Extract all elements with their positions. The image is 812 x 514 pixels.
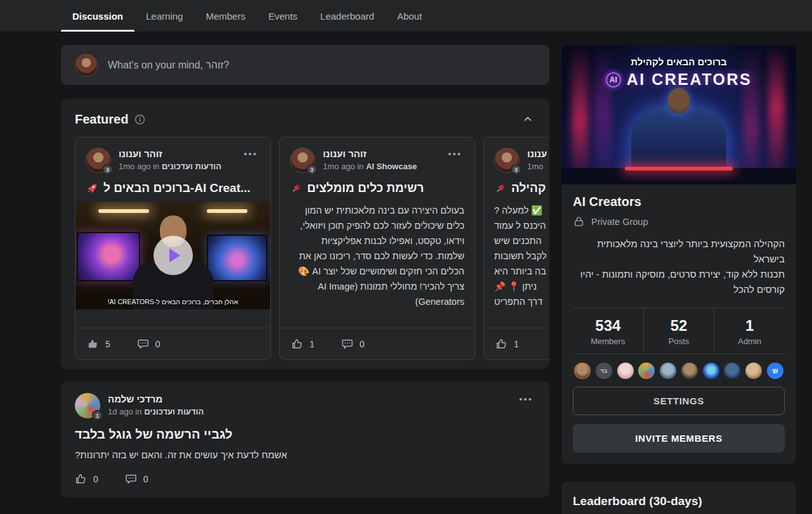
author-name[interactable]: מרדכי שלמה — [108, 393, 204, 406]
like-button[interactable]: 1 — [291, 338, 315, 350]
featured-card-community[interactable]: 3 ענונו 1mo קהילה ? למעלה ✅ היכנס ל עמוד… — [483, 137, 549, 360]
tab-discussion[interactable]: Discussion — [61, 0, 134, 32]
banner-welcome-text: ברוכים הבאים לקהילת — [561, 56, 796, 67]
privacy-label: Private Group — [591, 217, 648, 227]
comment-count: 0 — [360, 339, 365, 349]
banner-figure — [668, 88, 690, 113]
monitor-graphic — [207, 235, 268, 281]
member-avatar[interactable] — [660, 363, 676, 379]
level-badge: 1 — [92, 410, 103, 421]
group-stats: 534 Members 52 Posts 1 Admin — [573, 308, 785, 354]
member-avatar[interactable] — [703, 363, 719, 379]
tab-members[interactable]: Members — [194, 0, 257, 32]
avatar[interactable]: 1 — [75, 393, 100, 418]
comment-button[interactable]: 0 — [341, 338, 365, 350]
composer-prompt: What's on your mind, זוהר? — [108, 60, 229, 71]
stat-posts[interactable]: 52 Posts — [643, 308, 714, 354]
thumbs-up-icon — [495, 338, 508, 350]
more-options-icon[interactable]: ••• — [241, 148, 260, 160]
stat-members[interactable]: 534 Members — [573, 308, 643, 354]
member-avatar[interactable] — [574, 363, 591, 379]
author-name[interactable]: זוהר וענונו — [323, 148, 417, 160]
thumb-light — [207, 209, 247, 213]
level-badge: 3 — [511, 164, 521, 175]
rocket-emoji-icon — [86, 182, 98, 195]
featured-section: Featured 3 זוהר וענונו — [61, 99, 549, 369]
brain-logo-icon: AI — [606, 72, 621, 87]
comment-icon — [125, 473, 137, 485]
like-button[interactable]: 0 — [75, 473, 98, 485]
video-thumbnail[interactable]: אהלן חברים, ברוכים הבאים ל-AI CREATORS! — [75, 202, 270, 309]
banner-figure — [631, 107, 726, 168]
more-options-icon[interactable]: ••• — [445, 148, 464, 160]
member-avatar[interactable]: בד — [596, 363, 612, 379]
tab-leaderboard[interactable]: Leaderboard — [309, 0, 386, 32]
group-banner-image: ברוכים הבאים לקהילת AI AI CREATORS — [561, 45, 796, 184]
play-button[interactable] — [154, 236, 193, 275]
info-icon — [134, 114, 145, 125]
like-button[interactable]: 1 — [495, 338, 519, 350]
feed-column: What's on your mind, זוהר? Featured 3 — [61, 45, 549, 498]
like-count: 5 — [105, 339, 110, 349]
comment-count: 0 — [155, 339, 160, 349]
tab-events[interactable]: Events — [257, 0, 309, 32]
level-badge: 3 — [306, 164, 317, 175]
category-link[interactable]: הודעות ועדכונים — [162, 162, 221, 171]
post-meta: 1mo — [527, 160, 547, 173]
featured-card-tools[interactable]: 3 זוהר וענונו 1mo ago in AI Showcase •••… — [279, 137, 475, 360]
group-sidebar: ברוכים הבאים לקהילת AI AI CREATORS AI Cr… — [561, 45, 796, 514]
feed-post[interactable]: 1 מרדכי שלמה 1d ago in הודעות ועדכונים •… — [61, 382, 549, 498]
category-link[interactable]: הודעות ועדכונים — [144, 407, 204, 416]
leaderboard-card: Leaderboard (30-days) — [561, 482, 796, 514]
settings-button[interactable]: SETTINGS — [573, 387, 785, 415]
thumb-light — [98, 209, 149, 213]
comment-button[interactable]: 0 — [125, 473, 148, 485]
thumbs-up-icon — [75, 473, 87, 485]
pushpin-emoji-icon — [290, 183, 302, 195]
featured-post-body: ? למעלה ✅ היכנס ל עמוד התכנים שיש לקבל ת… — [484, 203, 549, 309]
post-meta: 1mo ago in הודעות ועדכונים — [119, 160, 221, 173]
member-avatar[interactable] — [638, 363, 655, 379]
group-description: הקהילה המקצועית ביותר ליוצרי בינה מלאכות… — [573, 236, 785, 297]
comment-icon — [341, 338, 353, 350]
featured-post-title[interactable]: ברוכים הבאים ל-AI Creat... — [75, 181, 270, 195]
stat-admins[interactable]: 1 Admin — [714, 308, 785, 354]
featured-title: Featured — [75, 112, 128, 127]
collapse-featured-button[interactable] — [520, 112, 535, 127]
post-title[interactable]: לגביי הרשמה של גוגל בלבד — [75, 427, 535, 442]
member-avatar[interactable] — [681, 363, 698, 379]
tab-about[interactable]: About — [386, 0, 433, 32]
invite-members-button[interactable]: INVITE MEMBERS — [573, 424, 785, 453]
post-body: אשמח לדעת איך עושים את זה. והאם יש בזה י… — [75, 449, 535, 460]
like-count: 1 — [310, 339, 315, 349]
banner-brand-text: AI CREATORS — [627, 70, 752, 89]
more-options-icon[interactable]: ••• — [516, 393, 535, 405]
author-name[interactable]: זוהר וענונו — [119, 148, 221, 160]
member-avatar[interactable] — [724, 363, 740, 379]
post-composer[interactable]: What's on your mind, זוהר? — [61, 45, 549, 85]
monitor-graphic — [77, 232, 140, 281]
post-meta: 1mo ago in AI Showcase — [323, 160, 417, 173]
avatar[interactable]: 3 — [494, 148, 520, 173]
member-avatar[interactable] — [617, 363, 634, 379]
like-button[interactable]: 5 — [87, 338, 110, 350]
category-link[interactable]: AI Showcase — [366, 162, 417, 171]
post-meta: 1d ago in הודעות ועדכונים — [108, 406, 204, 418]
lock-icon — [573, 215, 585, 228]
featured-cards-row: 3 זוהר וענונו 1mo ago in הודעות ועדכונים… — [75, 137, 549, 360]
comment-button[interactable]: 0 — [137, 338, 160, 350]
featured-post-title[interactable]: קהילה — [484, 181, 549, 195]
featured-post-body: בעולם היצירה עם בינה מלאכותית יש המון כל… — [280, 203, 475, 309]
like-count: 0 — [93, 474, 98, 484]
avatar[interactable]: 3 — [290, 148, 315, 173]
avatar[interactable]: 3 — [86, 148, 111, 173]
leaderboard-title: Leaderboard (30-days) — [573, 494, 785, 508]
member-avatar[interactable]: ש — [767, 363, 783, 379]
tab-learning[interactable]: Learning — [134, 0, 194, 32]
featured-post-title[interactable]: רשימת כלים מומלצים — [280, 181, 475, 195]
member-avatar[interactable] — [745, 363, 762, 379]
thumbs-up-icon — [291, 338, 303, 350]
top-navigation: Discussion Learning Members Events Leade… — [0, 0, 812, 32]
featured-card-welcome[interactable]: 3 זוהר וענונו 1mo ago in הודעות ועדכונים… — [75, 137, 271, 360]
author-name[interactable]: ענונו — [527, 148, 547, 160]
